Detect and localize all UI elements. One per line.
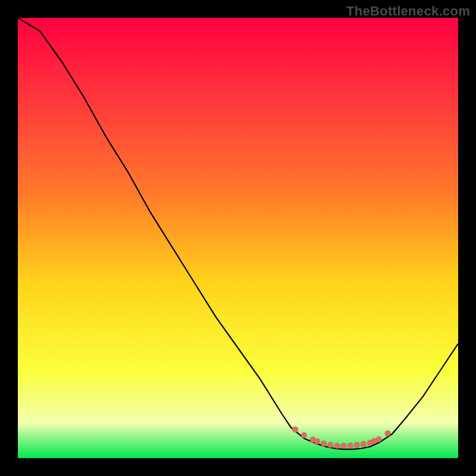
chart-container: TheBottleneck.com — [0, 0, 476, 476]
marker-point — [354, 442, 360, 448]
watermark-text: TheBottleneck.com — [346, 4, 470, 19]
background-gradient — [18, 18, 458, 458]
marker-point — [341, 443, 347, 449]
marker-point — [385, 431, 391, 437]
marker-point — [327, 442, 333, 448]
marker-point — [376, 436, 382, 442]
marker-point — [292, 427, 298, 433]
marker-point — [361, 441, 367, 447]
marker-point — [314, 439, 320, 444]
marker-point — [347, 443, 353, 449]
marker-point — [321, 441, 327, 447]
chart-plot — [18, 18, 458, 458]
marker-point — [334, 443, 340, 449]
marker-point — [301, 433, 307, 439]
